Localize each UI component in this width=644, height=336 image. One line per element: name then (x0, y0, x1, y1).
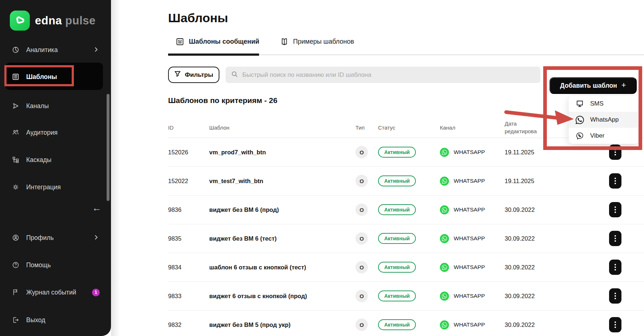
sidebar-item-profile[interactable]: Профиль (0, 231, 111, 245)
cell-template-id: 9834 (168, 264, 209, 271)
cell-template-name: виджет без ВМ 6 (прод) (209, 206, 355, 213)
status-badge: Активный (378, 175, 416, 186)
row-actions-kebab-button[interactable] (609, 145, 621, 160)
whatsapp-channel-icon (440, 205, 449, 214)
status-badge: Активный (378, 204, 416, 215)
logo-text: ednapulse (35, 14, 96, 27)
menu-item-viber[interactable]: Viber (569, 128, 638, 144)
cell-edit-date: 30.09.2022 (505, 235, 609, 242)
col-header-status: Статус (378, 124, 440, 131)
logo: ednapulse (10, 11, 96, 31)
page-title: Шаблоны (168, 11, 644, 25)
cell-channel: WHATSAPP (440, 177, 505, 186)
cell-template-name: vm_test7_with_btn (209, 178, 355, 185)
row-actions-kebab-button[interactable] (609, 202, 621, 217)
filters-button[interactable]: Фильтры (168, 67, 219, 83)
sidebar-item-analytics[interactable]: Аналитика (0, 43, 111, 57)
cell-template-id: 9833 (168, 293, 209, 300)
integration-gear-icon (12, 183, 19, 191)
main-content: Шаблоны Шаблоны сообщений Примеры шаблон… (168, 0, 644, 336)
cell-template-id: 152026 (168, 149, 209, 156)
search-input[interactable] (242, 71, 534, 79)
active-tab-underline (168, 54, 259, 56)
sidebar-scrollbar[interactable] (107, 94, 110, 201)
event-log-flag-icon (12, 289, 19, 296)
row-actions-kebab-button[interactable] (609, 288, 621, 304)
cell-channel: WHATSAPP (440, 263, 505, 272)
sidebar-item-help[interactable]: Помощь (0, 258, 111, 272)
message-templates-icon (176, 37, 184, 46)
viber-icon (576, 132, 584, 140)
channel-label: WHATSAPP (454, 293, 485, 299)
type-badge: O (355, 232, 368, 245)
table-row[interactable]: 9832 виджет без ВМ 5 (прод укр) O Активн… (168, 311, 644, 336)
table-row[interactable]: 9835 виджет без ВМ 6 (тест) O Активный W… (168, 224, 644, 253)
sidebar-item-audience[interactable]: Аудитория (0, 126, 111, 139)
cell-edit-date: 19.11.2025 (505, 149, 609, 156)
type-badge: O (355, 261, 368, 273)
status-badge: Активный (378, 319, 416, 330)
plus-icon: + (621, 80, 626, 90)
row-actions-kebab-button[interactable] (609, 173, 621, 189)
edna-logo-icon (10, 11, 30, 31)
menu-item-sms[interactable]: SMS (569, 96, 638, 112)
cell-edit-date: 19.11.2025 (505, 178, 609, 185)
table-row[interactable]: 9833 виджет 6 отзыв с кнопкой (прод) O А… (168, 282, 644, 311)
table-row[interactable]: 9834 шаблон 6 отзыв с кнопкой (тест) O А… (168, 253, 644, 282)
sidebar-item-integration[interactable]: Интеграция (0, 180, 111, 194)
chevron-right-icon (95, 46, 98, 54)
whatsapp-channel-icon (440, 177, 449, 186)
cell-template-name: шаблон 6 отзыв с кнопкой (тест) (209, 264, 355, 271)
col-header-edit-date: Дата редактирова (505, 120, 541, 135)
menu-item-whatsapp[interactable]: WhatsApp (569, 112, 638, 128)
cell-edit-date: 30.09.2022 (505, 264, 609, 271)
cell-template-id: 9835 (168, 235, 209, 242)
sms-chat-icon (576, 100, 584, 108)
cell-template-id: 152022 (168, 178, 209, 185)
tab-message-templates[interactable]: Шаблоны сообщений (176, 37, 259, 46)
add-template-button[interactable]: Добавить шаблон + (549, 77, 637, 94)
whatsapp-icon (576, 116, 584, 124)
logout-icon (12, 316, 19, 324)
sidebar-item-cascades[interactable]: Каскады (0, 153, 111, 167)
channel-label: WHATSAPP (454, 149, 485, 155)
type-badge: O (355, 319, 368, 331)
whatsapp-channel-icon (440, 320, 449, 329)
table-body: 152026 vm_prod7_with_btn O Активный WHAT… (168, 138, 644, 336)
type-badge: O (355, 146, 368, 158)
cell-edit-date: 30.09.2022 (505, 206, 609, 213)
row-actions-kebab-button[interactable] (609, 317, 621, 332)
template-examples-book-icon (280, 37, 289, 46)
row-actions-kebab-button[interactable] (609, 260, 621, 275)
search-box (226, 67, 540, 83)
whatsapp-channel-icon (440, 263, 449, 272)
sidebar-collapse-arrow-icon[interactable]: ← (90, 202, 104, 214)
whatsapp-channel-icon (440, 148, 449, 157)
cell-edit-date: 30.09.2022 (505, 293, 609, 300)
col-header-type: Тип (355, 124, 378, 131)
audience-people-icon (12, 129, 19, 136)
analytics-pie-icon (12, 46, 19, 54)
table-row[interactable]: 152022 vm_test7_with_btn O Активный WHAT… (168, 167, 644, 195)
col-header-template: Шаблон (209, 124, 355, 131)
sidebar-item-channels[interactable]: Каналы (0, 99, 111, 113)
cell-template-name: виджет без ВМ 6 (тест) (209, 235, 355, 242)
sidebar: ednapulse Аналитика Шаблоны Каналы Аудит… (0, 0, 111, 336)
whatsapp-channel-icon (440, 292, 449, 301)
event-log-count-badge: 1 (92, 289, 100, 296)
whatsapp-channel-icon (440, 234, 449, 243)
cell-edit-date: 30.09.2022 (505, 321, 609, 328)
profile-icon (12, 234, 19, 241)
sidebar-item-templates[interactable]: Шаблоны (0, 70, 111, 84)
table-row[interactable]: 9836 виджет без ВМ 6 (прод) O Активный W… (168, 195, 644, 224)
sidebar-item-event-log[interactable]: Журнал событий 1 (0, 285, 111, 299)
row-actions-kebab-button[interactable] (609, 231, 621, 246)
type-badge: O (355, 203, 368, 216)
cell-channel: WHATSAPP (440, 205, 505, 214)
cell-template-name: vm_prod7_with_btn (209, 149, 355, 156)
channels-send-icon (12, 102, 19, 110)
tab-template-examples[interactable]: Примеры шаблонов (280, 37, 354, 46)
channel-label: WHATSAPP (454, 235, 485, 242)
help-icon (12, 261, 19, 269)
sidebar-item-logout[interactable]: Выход (0, 313, 111, 327)
